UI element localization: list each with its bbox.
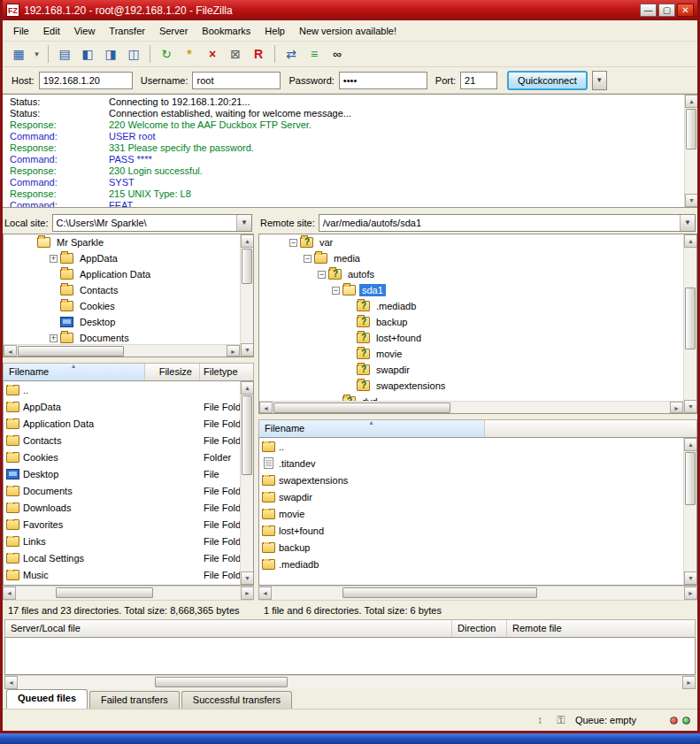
log-scrollbar[interactable] [684, 95, 697, 207]
scroll-left-icon[interactable] [258, 587, 272, 600]
tree-item[interactable]: backup [259, 314, 683, 330]
minimize-button[interactable]: — [640, 4, 657, 17]
scroll-left-icon[interactable] [4, 676, 18, 689]
file-row[interactable]: DesktopFile [4, 465, 240, 482]
file-row[interactable]: LinksFile Folder [4, 533, 240, 549]
local-tree-scrollbar[interactable] [240, 234, 253, 357]
column-filename[interactable]: ▲Filename [259, 420, 485, 437]
collapse-icon[interactable] [332, 287, 340, 295]
scroll-up-icon[interactable] [684, 234, 697, 248]
combo-dropdown-icon[interactable]: ▼ [236, 215, 251, 231]
scroll-left-icon[interactable] [259, 402, 273, 413]
scroll-right-icon[interactable] [670, 402, 683, 413]
cancel-icon[interactable]: × [202, 44, 223, 64]
file-row[interactable]: movie [259, 505, 683, 522]
file-row[interactable]: FavoritesFile Folder [4, 516, 240, 533]
tree-item[interactable]: Mr Sparkle [4, 234, 240, 250]
scroll-left-icon[interactable] [3, 587, 16, 600]
scroll-down-icon[interactable] [684, 400, 697, 413]
scroll-down-icon[interactable] [241, 343, 254, 357]
process-queue-icon[interactable]: * [179, 44, 200, 64]
tab-queued-files[interactable]: Queued files [6, 689, 88, 709]
refresh-icon[interactable]: ↻ [156, 44, 177, 64]
column-direction[interactable]: Direction [452, 620, 507, 637]
menu-help[interactable]: Help [258, 23, 292, 39]
file-row[interactable]: .mediadb [259, 556, 683, 572]
scroll-down-icon[interactable] [685, 194, 697, 207]
tree-item[interactable]: var [259, 234, 683, 250]
column-server-local-file[interactable]: Server/Local file [5, 620, 452, 637]
quickconnect-dropdown-icon[interactable]: ▼ [592, 71, 607, 90]
site-manager-icon[interactable]: ▦ [8, 44, 29, 64]
menu-server[interactable]: Server [152, 23, 195, 39]
tree-item[interactable]: sda1 [259, 282, 683, 298]
scroll-left-icon[interactable] [4, 345, 17, 357]
menu-transfer[interactable]: Transfer [102, 23, 152, 39]
scroll-down-icon[interactable] [684, 571, 697, 585]
queue-hscrollbar[interactable] [4, 675, 696, 689]
sync-browse-icon[interactable]: ≡ [304, 44, 325, 64]
local-site-combo[interactable]: C:\Users\Mr Sparkle\ ▼ [52, 214, 252, 232]
remote-tree-hscrollbar[interactable] [259, 401, 683, 413]
maximize-button[interactable]: ▢ [658, 4, 675, 17]
file-row[interactable]: Application DataFile Folder [4, 415, 240, 432]
column-remote-file[interactable]: Remote file [507, 620, 695, 637]
menu-file[interactable]: File [6, 23, 36, 39]
scroll-right-icon[interactable] [682, 676, 696, 689]
toggle-transfer-queue-icon[interactable]: ◫ [123, 44, 144, 64]
directory-compare-icon[interactable]: ⇄ [281, 44, 302, 64]
speed-limits-icon[interactable]: ↕ [533, 713, 547, 727]
queue-body[interactable] [4, 638, 696, 675]
combo-dropdown-icon[interactable]: ▼ [680, 215, 695, 231]
toggle-message-log-icon[interactable]: ▤ [54, 44, 75, 64]
scroll-right-icon[interactable] [227, 345, 240, 357]
tree-item[interactable]: swapdir [259, 362, 683, 378]
tree-item[interactable]: .mediadb [259, 298, 683, 314]
scroll-up-icon[interactable] [241, 381, 254, 395]
local-list-scrollbar[interactable] [240, 381, 253, 585]
tree-item[interactable]: Documents [4, 330, 240, 344]
file-row[interactable]: AppDataFile Folder [4, 398, 240, 415]
scroll-up-icon[interactable] [685, 95, 697, 108]
expand-icon[interactable] [50, 334, 58, 342]
collapse-icon[interactable] [318, 271, 326, 279]
tree-item[interactable]: Desktop [4, 314, 240, 330]
tree-item[interactable]: Contacts [4, 282, 240, 298]
collapse-icon[interactable] [304, 255, 312, 263]
remote-site-combo[interactable]: /var/media/autofs/sda1 ▼ [319, 214, 696, 232]
disconnect-icon[interactable]: ⊠ [225, 44, 246, 64]
menu-new-version[interactable]: New version available! [292, 23, 404, 39]
scroll-up-icon[interactable] [684, 438, 697, 451]
file-row[interactable]: backup [259, 539, 683, 556]
tab-successful-transfers[interactable]: Successful transfers [181, 691, 292, 709]
file-row[interactable]: .titandev [259, 455, 683, 472]
scroll-right-icon[interactable] [684, 587, 697, 600]
tree-item[interactable]: lost+found [259, 330, 683, 346]
filter-icon[interactable]: ⚿ [554, 713, 568, 727]
port-input[interactable] [460, 72, 497, 89]
host-input[interactable] [39, 72, 133, 89]
close-button[interactable]: ✕ [677, 4, 694, 17]
username-input[interactable] [192, 72, 281, 89]
scroll-right-icon[interactable] [241, 587, 254, 600]
column-filesize[interactable]: Filesize [145, 364, 200, 380]
tab-failed-transfers[interactable]: Failed transfers [89, 691, 180, 709]
tree-item[interactable]: media [259, 250, 683, 266]
file-row[interactable]: swapextensions [259, 472, 683, 488]
reconnect-icon[interactable]: R [248, 44, 269, 64]
menu-view[interactable]: View [67, 23, 103, 39]
toggle-local-tree-icon[interactable]: ◧ [77, 44, 98, 64]
file-row[interactable]: DocumentsFile Folder [4, 482, 240, 499]
remote-tree-scrollbar[interactable] [683, 234, 696, 413]
file-row[interactable]: DownloadsFile Folder [4, 499, 240, 516]
remote-list-hscrollbar[interactable] [258, 586, 697, 600]
file-row[interactable]: MusicFile Folder [4, 566, 240, 583]
collapse-icon[interactable] [289, 239, 297, 247]
remote-list-scrollbar[interactable] [683, 438, 696, 585]
tree-item[interactable]: dvd [259, 394, 683, 401]
find-files-icon[interactable]: ∞ [327, 44, 348, 64]
file-row[interactable]: Local SettingsFile Folder [4, 549, 240, 566]
expand-icon[interactable] [50, 255, 58, 263]
scroll-down-icon[interactable] [241, 571, 254, 585]
tree-item[interactable]: AppData [4, 250, 240, 266]
